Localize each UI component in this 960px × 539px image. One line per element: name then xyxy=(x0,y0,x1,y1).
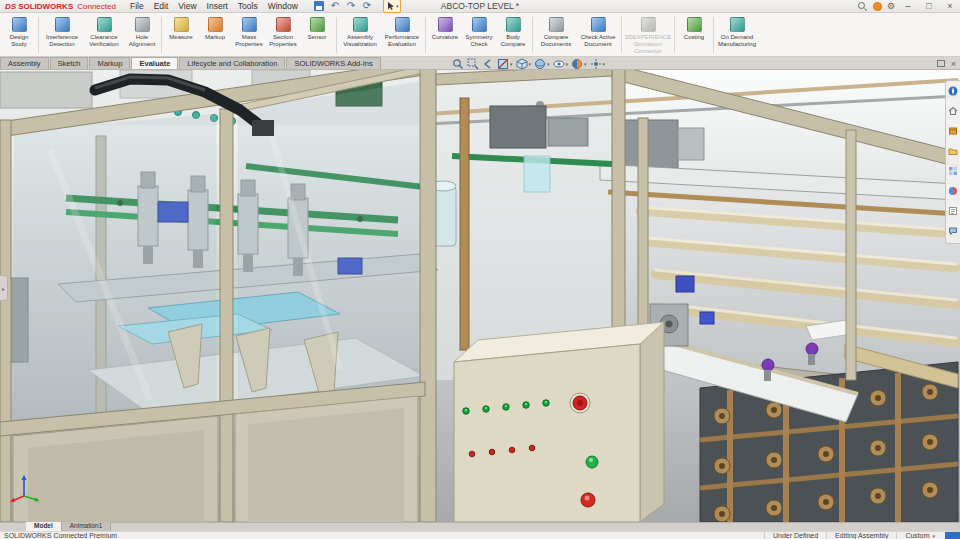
previous-view-icon[interactable] xyxy=(482,58,494,70)
file-explorer-icon[interactable] xyxy=(948,146,958,158)
tool-markup[interactable]: Markup xyxy=(198,14,232,56)
model-tabs-bar: Model Animation1 xyxy=(0,522,960,531)
custom-properties-icon[interactable] xyxy=(948,206,958,218)
cursor-arrow-glyph xyxy=(386,1,395,11)
tool-check-active-document[interactable]: Check Active Document xyxy=(577,14,619,56)
featuremanager-flyout-handle[interactable]: ▸ xyxy=(0,275,8,301)
tool-label: 3DEXPERIENCE Simulation Connector xyxy=(624,34,672,55)
forum-icon[interactable] xyxy=(948,226,958,238)
tool-compare-documents[interactable]: Compare Documents xyxy=(535,14,577,56)
restore-document-icon[interactable] xyxy=(937,60,945,67)
3dexperience-compass-icon[interactable] xyxy=(948,86,958,98)
tool-label: Costing xyxy=(684,34,704,41)
redo-icon[interactable]: ↷ xyxy=(345,0,357,12)
design-library-icon[interactable] xyxy=(948,126,958,138)
tab-assembly[interactable]: Assembly xyxy=(0,57,49,69)
tool-curvature[interactable]: Curvature xyxy=(428,14,462,56)
tab-animation1[interactable]: Animation1 xyxy=(62,522,112,531)
unit-system-selector[interactable]: Custom ▾ xyxy=(897,532,945,539)
ds-logo-icon: DS xyxy=(5,2,16,11)
sensor-icon xyxy=(310,17,325,32)
tool-assembly-visualization[interactable]: Assembly Visualization xyxy=(339,14,381,56)
zoom-area-icon[interactable] xyxy=(467,58,479,70)
connection-status-indicator[interactable] xyxy=(945,532,960,539)
command-manager-ribbon: Design Study Interference Detection Clea… xyxy=(0,13,960,57)
rebuild-icon[interactable]: ⟳ xyxy=(361,0,373,12)
emergency-stop-button[interactable] xyxy=(570,393,590,413)
command-tabs-row: Assembly Sketch Markup Evaluate Lifecycl… xyxy=(0,57,960,70)
red-pushbutton[interactable] xyxy=(581,493,595,507)
tool-label: On Demand Manufacturing xyxy=(716,34,758,48)
mass-properties-icon xyxy=(242,17,257,32)
ribbon-separator xyxy=(38,17,39,53)
view-settings-icon[interactable]: ▾ xyxy=(590,58,606,70)
graphics-area[interactable]: ▸ xyxy=(0,70,960,522)
assembly-3d-model[interactable] xyxy=(0,70,960,522)
check-active-document-icon xyxy=(591,17,606,32)
tool-label: Design Study xyxy=(2,34,36,48)
view-orientation-icon[interactable]: ▾ xyxy=(516,58,532,70)
tab-markup[interactable]: Markup xyxy=(89,57,130,69)
hide-show-items-icon[interactable]: ▾ xyxy=(553,58,569,70)
maximize-button[interactable]: □ xyxy=(921,0,937,13)
safety-glass-panels[interactable] xyxy=(14,82,418,434)
dropdown-caret-icon: ▾ xyxy=(529,61,532,67)
ribbon-separator xyxy=(161,17,162,53)
menu-file[interactable]: File xyxy=(125,0,149,13)
tool-mass-properties[interactable]: Mass Properties xyxy=(232,14,266,56)
minimize-button[interactable]: – xyxy=(900,0,916,13)
undo-icon[interactable]: ↶ xyxy=(329,0,341,12)
tool-sensor[interactable]: Sensor xyxy=(300,14,334,56)
control-panel[interactable] xyxy=(454,322,664,522)
dropdown-caret-icon: ▾ xyxy=(566,61,569,67)
tool-clearance-verification[interactable]: Clearance Verification xyxy=(83,14,125,56)
tab-evaluate[interactable]: Evaluate xyxy=(131,57,178,69)
tool-performance-evaluation[interactable]: Performance Evaluation xyxy=(381,14,423,56)
tool-label: Clearance Verification xyxy=(83,34,125,48)
tool-label: Assembly Visualization xyxy=(339,34,381,48)
tool-on-demand-manufacturing[interactable]: On Demand Manufacturing xyxy=(716,14,758,56)
dropdown-caret-icon: ▾ xyxy=(603,61,606,67)
menu-bar: File Edit View Insert Tools Window xyxy=(125,0,303,13)
tool-measure[interactable]: Measure xyxy=(164,14,198,56)
tab-sketch[interactable]: Sketch xyxy=(50,57,89,69)
menu-window[interactable]: Window xyxy=(263,0,303,13)
assembly-visualization-icon xyxy=(353,17,368,32)
save-icon[interactable] xyxy=(314,1,324,11)
section-view-icon[interactable]: ▾ xyxy=(497,58,513,70)
status-editing-mode: Editing Assembly xyxy=(827,532,896,539)
tool-symmetry-check[interactable]: Symmetry Check xyxy=(462,14,496,56)
green-pushbutton[interactable] xyxy=(586,456,598,468)
help-orange-icon[interactable] xyxy=(873,2,882,11)
display-style-icon[interactable]: ▾ xyxy=(534,58,550,70)
settings-gear-icon[interactable]: ⚙ xyxy=(887,1,895,12)
appearances-scenes-icon[interactable] xyxy=(948,186,958,198)
zoom-fit-icon[interactable] xyxy=(452,58,464,70)
search-icon[interactable] xyxy=(857,1,868,12)
tool-interference-detection[interactable]: Interference Detection xyxy=(41,14,83,56)
menu-edit[interactable]: Edit xyxy=(149,0,174,13)
tab-solidworks-add-ins[interactable]: SOLIDWORKS Add-Ins xyxy=(286,57,380,69)
menu-view[interactable]: View xyxy=(173,0,201,13)
ribbon-separator xyxy=(532,17,533,53)
menu-tools[interactable]: Tools xyxy=(233,0,263,13)
document-title: ABCO-TOP LEVEL * xyxy=(441,1,519,11)
close-button[interactable]: × xyxy=(942,0,958,13)
tool-section-properties[interactable]: Section Properties xyxy=(266,14,300,56)
heads-up-view-toolbar: ▾ ▾ ▾ ▾ ▾ ▾ xyxy=(452,57,605,70)
close-document-icon[interactable]: × xyxy=(951,58,956,70)
tab-lifecycle-and-collaboration[interactable]: Lifecycle and Collaboration xyxy=(179,57,285,69)
tool-body-compare[interactable]: Body Compare xyxy=(496,14,530,56)
tool-label: Performance Evaluation xyxy=(381,34,423,48)
menu-insert[interactable]: Insert xyxy=(202,0,233,13)
tool-design-study[interactable]: Design Study xyxy=(2,14,36,56)
tool-costing[interactable]: Costing xyxy=(677,14,711,56)
quick-access-toolbar: ↶ ↷ ⟳ ▾ xyxy=(313,0,402,13)
select-arrow-icon[interactable]: ▾ xyxy=(383,0,402,13)
tool-hole-alignment[interactable]: Hole Alignment xyxy=(125,14,159,56)
tab-model[interactable]: Model xyxy=(26,522,62,531)
dropdown-caret-icon: ▾ xyxy=(584,61,587,67)
solidworks-resources-icon[interactable] xyxy=(948,106,958,118)
edit-appearance-icon[interactable]: ▾ xyxy=(571,58,587,70)
view-palette-icon[interactable] xyxy=(948,166,958,178)
